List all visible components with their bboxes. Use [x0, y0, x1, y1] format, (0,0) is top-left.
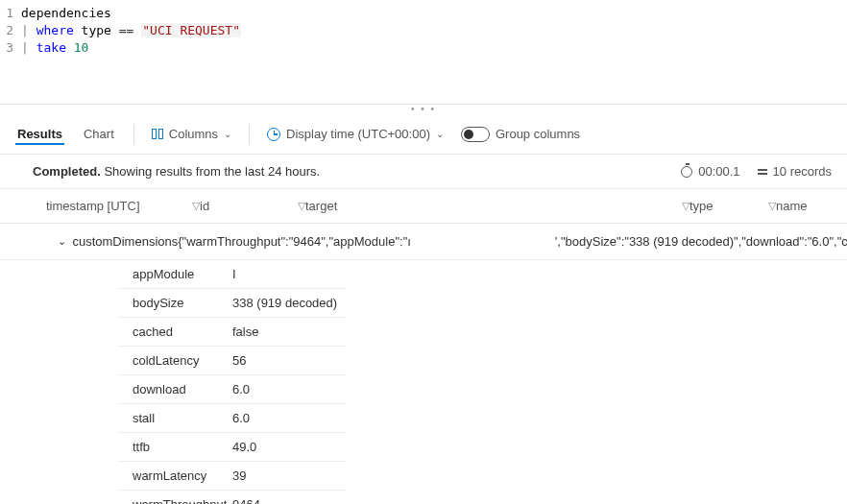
code-line[interactable]: 1dependencies [0, 4, 847, 21]
code-line[interactable]: 3| take 10 [0, 38, 847, 56]
detail-row: appModuleI [117, 260, 346, 289]
col-timestamp[interactable]: timestamp [UTC]▽ [46, 199, 200, 213]
detail-row: bodySize338 (919 decoded) [117, 289, 346, 318]
line-number: 1 [0, 6, 21, 20]
detail-row: download6.0 [117, 375, 346, 404]
chevron-down-icon: ⌄ [436, 129, 444, 139]
filter-icon[interactable]: ▽ [768, 200, 776, 212]
line-number: 3 [0, 40, 21, 55]
tab-chart[interactable]: Chart [82, 123, 116, 145]
line-number: 2 [0, 23, 21, 37]
filter-icon[interactable]: ▽ [192, 200, 200, 212]
toggle-icon[interactable] [461, 127, 490, 142]
col-target[interactable]: target▽ [305, 199, 690, 213]
clock-icon [267, 128, 280, 141]
row-value-cont: ',"bodySize":"338 (919 decoded)","downlo… [555, 234, 847, 249]
display-time-button[interactable]: Display time (UTC+00:00) ⌄ [267, 127, 444, 141]
col-name[interactable]: name [776, 199, 847, 213]
separator [249, 124, 250, 145]
detail-row: coldLatency56 [117, 347, 346, 375]
code[interactable]: | take 10 [21, 40, 88, 55]
record-count: 10 records [758, 164, 832, 179]
filter-icon[interactable]: ▽ [298, 200, 305, 212]
stopwatch-icon [681, 166, 692, 178]
columns-label: Columns [169, 127, 218, 141]
columns-icon [152, 129, 163, 139]
code[interactable]: dependencies [21, 6, 111, 20]
separator [133, 124, 134, 145]
chevron-down-icon: ⌄ [224, 129, 231, 139]
code[interactable]: | where type == "UCI REQUEST" [21, 23, 241, 37]
detail-row: stall6.0 [117, 404, 346, 433]
detail-row: ttfb49.0 [117, 433, 346, 462]
expanded-row[interactable]: ⌄ customDimensions {"warmThroughput":"94… [0, 224, 847, 260]
resize-handle-icon[interactable]: • • • [0, 105, 847, 114]
list-icon [758, 169, 767, 175]
table-header: timestamp [UTC]▽ id▽ target▽ type▽ name [0, 189, 847, 224]
columns-button[interactable]: Columns ⌄ [152, 127, 231, 141]
col-id[interactable]: id▽ [200, 199, 305, 213]
chevron-down-icon[interactable]: ⌄ [58, 235, 72, 248]
group-columns-label: Group columns [496, 127, 580, 141]
duration: 00:00.1 [681, 164, 739, 179]
detail-row: cachedfalse [117, 318, 346, 347]
status-bar: Completed. Showing results from the last… [0, 155, 847, 189]
tab-results[interactable]: Results [15, 123, 64, 145]
row-key: customDimensions [72, 234, 178, 249]
group-columns-toggle[interactable]: Group columns [461, 127, 580, 142]
row-value: {"warmThroughput":"9464","appModule":"ı [178, 234, 411, 249]
detail-row: warmThroughput9464 [117, 491, 346, 504]
code-line[interactable]: 2| where type == "UCI REQUEST" [0, 21, 847, 38]
filter-icon[interactable]: ▽ [682, 200, 690, 212]
results-toolbar: Results Chart Columns ⌄ Display time (UT… [0, 114, 847, 155]
query-editor[interactable]: 1dependencies 2| where type == "UCI REQU… [0, 0, 847, 105]
detail-row: warmLatency39 [117, 462, 346, 491]
custom-dimensions-detail: appModuleI bodySize338 (919 decoded) cac… [117, 260, 847, 504]
col-type[interactable]: type▽ [690, 199, 776, 213]
status-text: Completed. Showing results from the last… [33, 164, 320, 179]
display-time-label: Display time (UTC+00:00) [286, 127, 430, 141]
